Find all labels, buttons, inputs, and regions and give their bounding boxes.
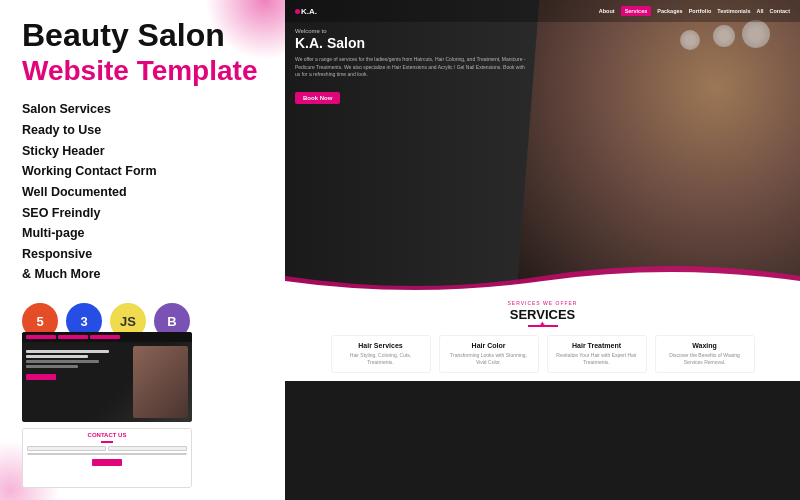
main-title: Beauty Salon xyxy=(22,18,263,53)
feature-item: Working Contact Form xyxy=(22,161,263,182)
nav-indicator xyxy=(26,335,56,339)
nav-indicator xyxy=(58,335,88,339)
message-input-preview xyxy=(27,453,187,455)
pink-curve-divider xyxy=(285,261,800,290)
feature-item: Well Documented xyxy=(22,182,263,203)
hero-cta-button[interactable]: Book Now xyxy=(295,92,340,104)
left-panel: Beauty Salon Website Template Salon Serv… xyxy=(0,0,285,500)
contact-form-fields xyxy=(27,446,187,466)
mockup-line xyxy=(26,360,99,363)
feature-item: Sticky Header xyxy=(22,141,263,162)
mockup-img-col xyxy=(133,346,188,418)
feature-item: Ready to Use xyxy=(22,120,263,141)
preview-thumb-large xyxy=(22,332,192,422)
mockup-line xyxy=(26,350,109,353)
hero-title: K.A. Salon xyxy=(295,36,527,51)
hero-section: K.A. About Services Packages Portfolio T… xyxy=(285,0,800,290)
service-desc-4: Discover the Benefits of Waxing Services… xyxy=(662,352,748,366)
service-card-color: Hair Color Transforming Looks with Stunn… xyxy=(439,335,539,373)
feature-item: Multi-page xyxy=(22,223,263,244)
contact-title-preview: CONTACT US xyxy=(27,432,187,438)
mockup-line xyxy=(26,365,78,368)
salon-interior xyxy=(517,0,800,290)
nav-item-services[interactable]: Services xyxy=(621,6,652,16)
nav-item-portfolio[interactable]: Portfolio xyxy=(689,8,712,14)
nav-links: About Services Packages Portfolio Testim… xyxy=(599,6,790,16)
feature-item: Salon Services xyxy=(22,99,263,120)
nav-indicator xyxy=(90,335,120,339)
services-divider xyxy=(528,325,558,327)
sub-title: Website Template xyxy=(22,55,263,87)
services-cards: Hair Services Hair Styling, Coloring, Cu… xyxy=(295,335,790,373)
logo-text: K.A. xyxy=(301,7,317,16)
service-title-4: Waxing xyxy=(662,342,748,349)
nav-logo: K.A. xyxy=(295,7,317,16)
name-input-preview xyxy=(27,446,106,451)
email-input-preview xyxy=(108,446,187,451)
service-desc-2: Transforming Looks with Stunning, Vivid … xyxy=(446,352,532,366)
preview-thumbnails: CONTACT US xyxy=(22,332,192,488)
feature-item: SEO Freindly xyxy=(22,203,263,224)
nav-item-contact[interactable]: Contact xyxy=(770,8,790,14)
hero-welcome-text: Welcome to xyxy=(295,28,527,34)
nav-item-packages[interactable]: Packages xyxy=(657,8,682,14)
website-preview: K.A. About Services Packages Portfolio T… xyxy=(285,0,800,500)
mockup-nav xyxy=(22,332,192,342)
mirror-2 xyxy=(713,25,735,47)
service-card-treatment: Hair Treatment Revitalize Your Hair with… xyxy=(547,335,647,373)
mockup-text-col xyxy=(26,346,130,418)
logo-dot xyxy=(295,9,300,14)
feature-item: & Much More xyxy=(22,264,263,285)
service-desc-3: Revitalize Your Hair with Expert Hair Tr… xyxy=(554,352,640,366)
hero-content: Welcome to K.A. Salon We offer a range o… xyxy=(295,28,527,104)
service-desc-1: Hair Styling, Coloring, Cuts, Treatments… xyxy=(338,352,424,366)
service-title-3: Hair Treatment xyxy=(554,342,640,349)
main-container: Beauty Salon Website Template Salon Serv… xyxy=(0,0,800,500)
service-card-waxing: Waxing Discover the Benefits of Waxing S… xyxy=(655,335,755,373)
preview-thumb-contact: CONTACT US xyxy=(22,428,192,488)
mockup-content xyxy=(22,342,192,422)
nav-item-all[interactable]: All xyxy=(756,8,763,14)
divider xyxy=(101,441,113,443)
mockup-btn xyxy=(26,374,56,380)
contact-form-preview: CONTACT US xyxy=(23,429,191,487)
service-title-1: Hair Services xyxy=(338,342,424,349)
salon-mockup xyxy=(22,332,192,422)
right-panel: K.A. About Services Packages Portfolio T… xyxy=(285,0,800,500)
nav-item-about[interactable]: About xyxy=(599,8,615,14)
hero-description: We offer a range of services for the lad… xyxy=(295,56,527,79)
form-row xyxy=(27,446,187,451)
services-section: Services We Offer SERVICES Hair Services… xyxy=(285,290,800,381)
mirror-3 xyxy=(680,30,700,50)
feature-item: Responsive xyxy=(22,244,263,265)
service-card-hair: Hair Services Hair Styling, Coloring, Cu… xyxy=(331,335,431,373)
features-list: Salon Services Ready to Use Sticky Heade… xyxy=(22,99,263,285)
mockup-line xyxy=(26,355,88,358)
navbar: K.A. About Services Packages Portfolio T… xyxy=(285,0,800,22)
submit-btn-preview xyxy=(92,459,122,466)
services-label: Services We Offer xyxy=(295,300,790,306)
service-title-2: Hair Color xyxy=(446,342,532,349)
mirror-1 xyxy=(742,20,770,48)
nav-item-testimonials[interactable]: Testimonials xyxy=(717,8,750,14)
